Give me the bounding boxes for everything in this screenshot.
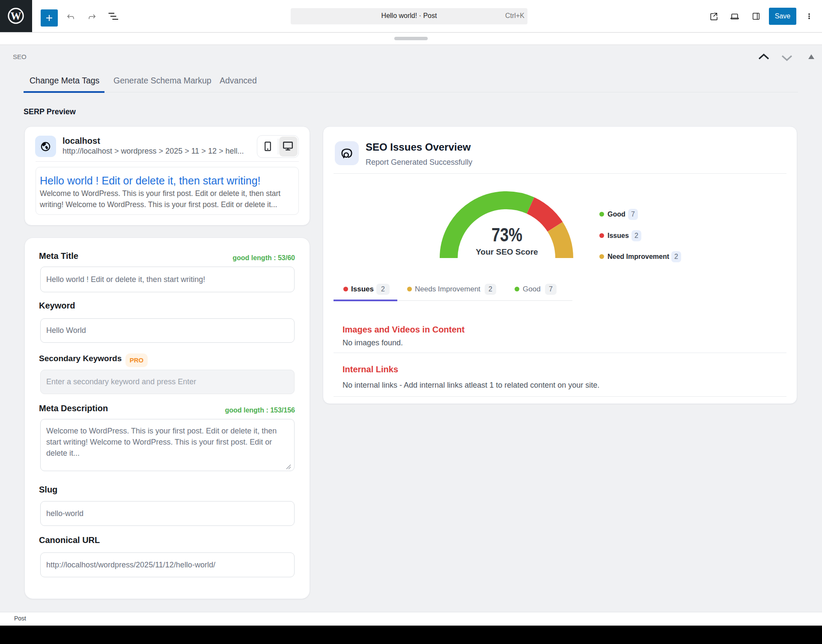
svg-text:W: W <box>11 10 21 22</box>
